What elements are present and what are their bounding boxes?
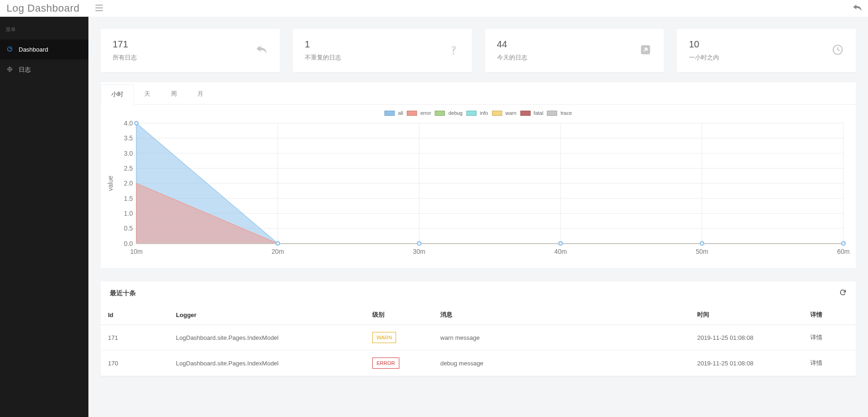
stat-cards-row: 171 所有日志 1 不重复的日志 44 今天的日志	[101, 29, 856, 72]
legend-item-trace[interactable]: trace	[547, 110, 572, 116]
stat-value: 44	[497, 39, 640, 50]
brand-title: Log Dashboard	[7, 2, 80, 14]
clock-icon	[832, 44, 844, 57]
question-icon	[448, 44, 460, 57]
recent-table-card: 最近十条 Id Logger 级别 消息 时间 详情 171LogDash	[101, 281, 856, 376]
col-id: Id	[101, 305, 168, 325]
stat-card-hour[interactable]: 10 一小时之内	[677, 29, 856, 72]
detail-link[interactable]: 详情	[810, 334, 822, 341]
svg-text:2.5: 2.5	[124, 165, 133, 172]
stat-caption: 今天的日志	[497, 53, 640, 62]
level-badge: WARN	[372, 332, 396, 343]
legend-item-fatal[interactable]: fatal	[520, 110, 544, 116]
share-icon	[639, 44, 652, 57]
stat-caption: 一小时之内	[689, 53, 832, 62]
reply-all-icon	[256, 44, 268, 57]
svg-text:4.0: 4.0	[124, 119, 133, 127]
cell-level: ERROR	[365, 351, 433, 376]
svg-text:2.0: 2.0	[124, 179, 133, 187]
svg-point-44	[559, 242, 563, 245]
cell-id: 170	[101, 351, 168, 376]
reply-icon[interactable]	[853, 5, 861, 13]
main-content: 171 所有日志 1 不重复的日志 44 今天的日志	[88, 17, 868, 417]
cell-logger: LogDashboard.site.Pages.IndexModel	[168, 351, 365, 376]
detail-link[interactable]: 详情	[810, 359, 822, 366]
col-logger: Logger	[168, 305, 365, 325]
svg-text:60m: 60m	[837, 248, 850, 255]
svg-text:value: value	[107, 176, 114, 191]
sidebar: 菜单 Dashboard 日志	[0, 17, 88, 417]
gauge-icon	[7, 46, 13, 53]
svg-text:10m: 10m	[130, 248, 143, 255]
refresh-icon[interactable]	[839, 289, 847, 298]
cell-id: 171	[101, 325, 168, 351]
svg-text:50m: 50m	[696, 248, 708, 255]
stat-caption: 不重复的日志	[305, 53, 448, 62]
tab-0[interactable]: 小时	[101, 84, 134, 105]
svg-text:40m: 40m	[554, 248, 567, 255]
svg-point-43	[417, 242, 421, 245]
cell-time: 2019-11-25 01:08:08	[690, 325, 803, 351]
stat-value: 10	[689, 39, 832, 50]
svg-text:20m: 20m	[271, 248, 284, 255]
stat-card-today[interactable]: 44 今天的日志	[485, 29, 664, 72]
svg-text:1.5: 1.5	[124, 195, 133, 202]
target-icon	[7, 66, 13, 74]
cell-level: WARN	[365, 325, 433, 351]
topbar: Log Dashboard	[0, 0, 868, 17]
level-badge: ERROR	[372, 357, 399, 369]
legend-item-info[interactable]: info	[466, 110, 488, 116]
chart-tabs: 小时天周月	[101, 82, 856, 105]
cell-logger: LogDashboard.site.Pages.IndexModel	[168, 325, 365, 351]
recent-table: Id Logger 级别 消息 时间 详情 171LogDashboard.si…	[101, 305, 856, 376]
stat-value: 171	[113, 39, 256, 50]
stat-card-unique[interactable]: 1 不重复的日志	[293, 29, 472, 72]
sidebar-item-logs[interactable]: 日志	[0, 60, 88, 80]
table-row: 170LogDashboard.site.Pages.IndexModelERR…	[101, 351, 856, 376]
col-msg: 消息	[433, 305, 690, 325]
svg-point-42	[276, 242, 280, 245]
svg-text:3.5: 3.5	[124, 134, 133, 142]
tab-3[interactable]: 月	[187, 84, 214, 104]
stat-caption: 所有日志	[113, 53, 256, 62]
chart-area[interactable]: 0.00.51.01.52.02.53.03.54.010m20m30m40m5…	[104, 119, 852, 258]
table-row: 171LogDashboard.site.Pages.IndexModelWAR…	[101, 325, 856, 351]
stat-card-all[interactable]: 171 所有日志	[101, 29, 280, 72]
svg-text:3.0: 3.0	[124, 150, 133, 157]
svg-text:30m: 30m	[413, 248, 425, 255]
hamburger-icon[interactable]	[95, 5, 103, 13]
col-time: 时间	[690, 305, 803, 325]
svg-text:0.5: 0.5	[124, 225, 133, 232]
chart-legend: allerrordebuginfowarnfataltrace	[104, 110, 852, 116]
col-level: 级别	[365, 305, 433, 325]
stat-value: 1	[305, 39, 448, 50]
svg-point-41	[135, 121, 138, 125]
cell-time: 2019-11-25 01:08:08	[690, 351, 803, 376]
cell-msg: debug message	[433, 351, 690, 376]
recent-title: 最近十条	[110, 289, 839, 298]
sidebar-item-label: Dashboard	[19, 46, 48, 53]
tab-2[interactable]: 周	[161, 84, 187, 104]
chart-card: 小时天周月 allerrordebuginfowarnfataltrace 0.…	[101, 82, 856, 268]
sidebar-item-label: 日志	[19, 66, 31, 74]
sidebar-item-dashboard[interactable]: Dashboard	[0, 40, 88, 60]
tab-1[interactable]: 天	[134, 84, 161, 104]
legend-item-debug[interactable]: debug	[435, 110, 463, 116]
col-detail: 详情	[803, 305, 856, 325]
svg-text:0.0: 0.0	[124, 240, 133, 247]
svg-text:1.0: 1.0	[124, 210, 133, 217]
legend-item-error[interactable]: error	[407, 110, 431, 116]
legend-item-warn[interactable]: warn	[492, 110, 517, 116]
svg-point-7	[452, 53, 454, 54]
svg-point-46	[841, 242, 845, 245]
svg-point-45	[700, 242, 704, 245]
legend-item-all[interactable]: all	[384, 110, 403, 116]
cell-msg: warn message	[433, 325, 690, 351]
sidebar-menu-label: 菜单	[0, 24, 88, 40]
